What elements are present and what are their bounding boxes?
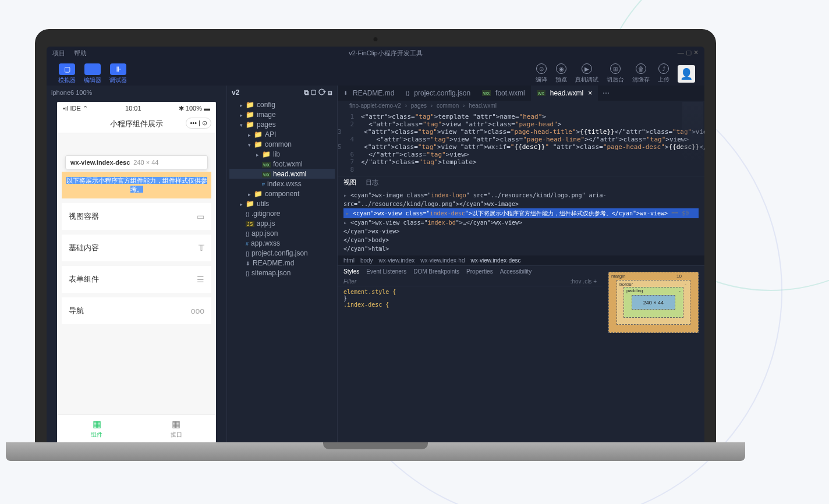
tree-item[interactable]: {}sitemap.json <box>229 268 335 278</box>
refresh-icon[interactable]: ⟳ <box>318 88 326 97</box>
tree-item[interactable]: wxfoot.wxml <box>229 159 335 169</box>
menu-project[interactable]: 项目 <box>52 49 65 56</box>
tree-item[interactable]: ▸📁utils <box>229 198 335 208</box>
inspect-tooltip: wx-view.index-desc240 × 44 <box>65 155 208 169</box>
phone-tabbar: ▦组件▦接口 <box>57 414 216 442</box>
styles-tabs[interactable]: StylesEvent ListenersDOM BreakpointsProp… <box>338 266 603 277</box>
breadcrumb[interactable]: fino-applet-demo-v2 › pages › common › h… <box>338 101 704 111</box>
component-list-item[interactable]: 表单组件☰ <box>62 266 211 293</box>
box-model: margin10 border- padding- 240 × 44 <box>603 266 704 442</box>
tree-item[interactable]: ▸📁config <box>229 100 335 109</box>
devtools-tabs: 视图 日志 <box>338 176 704 189</box>
tree-item[interactable]: JSapp.js <box>229 218 335 228</box>
mode-button[interactable]: 编辑器 <box>82 63 104 84</box>
code-editor[interactable]: 1<"attr">class="tag">template "attr">nam… <box>338 111 704 176</box>
action-button[interactable]: ◉预览 <box>555 63 567 84</box>
collapse-icon[interactable]: ⊟ <box>328 88 332 97</box>
mode-button[interactable]: ⊪调试器 <box>107 63 129 84</box>
toolbar: ▢模拟器编辑器⊪调试器 ⊙编译◉预览▶真机调试⊞切后台🗑清缓存⤴上传 👤 <box>47 60 704 86</box>
tree-item[interactable]: ▸📁API <box>229 129 335 139</box>
tree-item[interactable]: {}.gitignore <box>229 208 335 218</box>
window-title: v2-FinClip小程序开发工具 <box>349 49 423 58</box>
dom-tree[interactable]: ▸ <cyan">wx-image class="index-logo" src… <box>338 189 704 255</box>
action-button[interactable]: ⊙编译 <box>536 63 547 84</box>
avatar[interactable]: 👤 <box>678 65 695 83</box>
tree-item[interactable]: ▸📁lib <box>229 149 335 159</box>
editor-tab[interactable]: {}project.config.json <box>400 86 476 101</box>
dom-breadcrumb[interactable]: htmlbodywx-view.indexwx-view.index-hdwx-… <box>338 255 704 265</box>
window-controls[interactable]: — ▢ ✕ <box>678 49 699 58</box>
action-button[interactable]: ⊞切后台 <box>607 63 624 84</box>
editor-panel: ⬇README.md{}project.config.jsonwxfoot.wx… <box>338 86 704 442</box>
tree-item[interactable]: #app.wxss <box>229 238 335 248</box>
tree-item[interactable]: ▾📁pages <box>229 119 335 129</box>
sim-header: iphone6 100% <box>47 86 226 100</box>
new-file-icon[interactable]: ⧉ <box>304 88 309 97</box>
action-button[interactable]: ⤴上传 <box>658 63 669 84</box>
phone-statusbar: •ıl IDE ⌃ 10:01 ✱ 100% ▬ <box>57 102 216 115</box>
highlighted-element[interactable]: 以下将展示小程序官方组件能力，组件样式仅供参考。 <box>62 172 211 198</box>
editor-tabs: ⬇README.md{}project.config.jsonwxfoot.wx… <box>338 86 704 101</box>
editor-tab[interactable]: wxfoot.wxml <box>476 86 531 101</box>
tree-item[interactable]: {}app.json <box>229 228 335 238</box>
tabbar-item[interactable]: ▦接口 <box>137 415 217 442</box>
mode-button[interactable]: ▢模拟器 <box>56 63 78 84</box>
camera-dot <box>374 37 378 41</box>
tree-item[interactable]: ▸📁image <box>229 109 335 119</box>
app-screen: 项目 帮助 v2-FinClip小程序开发工具 — ▢ ✕ ▢模拟器编辑器⊪调试… <box>47 47 704 442</box>
phone-navbar: 小程序组件展示 ••• | ⊙ <box>57 115 216 133</box>
component-list-item[interactable]: 基础内容𝕋 <box>62 235 211 261</box>
tree-item[interactable]: ▸📁component <box>229 189 335 198</box>
tree-item[interactable]: wxhead.wxml <box>229 169 335 179</box>
tree-item[interactable]: ▾📁common <box>229 139 335 149</box>
capsule-button[interactable]: ••• | ⊙ <box>186 118 211 129</box>
filter-input[interactable]: Filter <box>343 278 356 285</box>
tree-item[interactable]: ⬇README.md <box>229 258 335 268</box>
component-list-item[interactable]: 导航ooo <box>62 297 211 324</box>
new-folder-icon[interactable]: ▢ <box>311 88 316 97</box>
editor-tab[interactable]: wxhead.wxml× <box>531 86 598 101</box>
action-button[interactable]: 🗑清缓存 <box>632 63 650 84</box>
simulator-panel: iphone6 100% •ıl IDE ⌃ 10:01 ✱ 100% ▬ 小程… <box>47 86 227 442</box>
project-root[interactable]: v2 <box>232 88 239 97</box>
titlebar: 项目 帮助 v2-FinClip小程序开发工具 — ▢ ✕ <box>47 47 704 60</box>
minimap[interactable] <box>682 102 703 160</box>
editor-tab[interactable]: ⬇README.md <box>338 86 400 101</box>
file-explorer: v2 ⧉ ▢ ⟳ ⊟ ▸📁config▸📁image▾📁pages▸📁API▾📁… <box>227 86 338 442</box>
tree-item[interactable]: {}project.config.json <box>229 248 335 258</box>
menu-help[interactable]: 帮助 <box>74 49 87 56</box>
tree-item[interactable]: #index.wxss <box>229 179 335 189</box>
devtools-panel: 视图 日志 ▸ <cyan">wx-image class="index-log… <box>338 176 704 442</box>
filter-toggles[interactable]: :hov .cls + <box>571 278 597 285</box>
phone-frame: •ıl IDE ⌃ 10:01 ✱ 100% ▬ 小程序组件展示 ••• | ⊙… <box>57 102 216 442</box>
tabbar-item[interactable]: ▦组件 <box>57 415 137 442</box>
component-list-item[interactable]: 视图容器▭ <box>62 203 211 230</box>
css-rules[interactable]: element.style {}.index-desc {</span></di… <box>338 286 603 310</box>
tab-more[interactable]: ⋯ <box>598 86 614 101</box>
laptop-frame: 项目 帮助 v2-FinClip小程序开发工具 — ▢ ✕ ▢模拟器编辑器⊪调试… <box>35 29 716 471</box>
action-button[interactable]: ▶真机调试 <box>575 63 598 84</box>
